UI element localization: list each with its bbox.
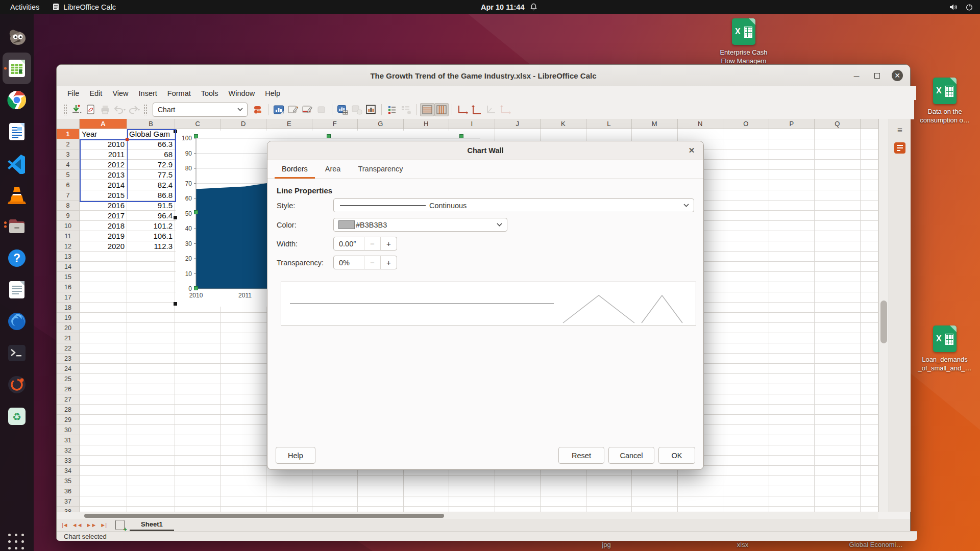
cell[interactable] <box>769 190 815 201</box>
cell[interactable] <box>80 303 127 313</box>
cell[interactable] <box>541 496 586 507</box>
cell[interactable] <box>175 374 221 384</box>
row-header-38[interactable]: 38 <box>57 507 80 512</box>
cell[interactable] <box>175 415 221 425</box>
cell[interactable] <box>221 415 267 425</box>
cell[interactable] <box>127 343 175 354</box>
cell[interactable] <box>769 415 815 425</box>
cell[interactable] <box>541 507 586 512</box>
cell[interactable] <box>769 384 815 394</box>
chart-wall-icon[interactable] <box>286 103 300 116</box>
z-axis-icon[interactable] <box>484 103 498 116</box>
cell[interactable] <box>861 149 878 160</box>
v-grids-icon[interactable] <box>434 103 449 116</box>
cell[interactable] <box>127 272 175 282</box>
cell[interactable] <box>723 323 769 333</box>
cell[interactable] <box>127 496 175 507</box>
cell[interactable] <box>723 170 769 180</box>
cell[interactable] <box>815 211 861 221</box>
dock-recycle-app-icon[interactable]: ♻ <box>3 400 31 432</box>
menu-window[interactable]: Window <box>224 88 260 98</box>
cell[interactable] <box>861 405 878 415</box>
cell[interactable] <box>80 333 127 343</box>
cell[interactable] <box>175 323 221 333</box>
cell[interactable] <box>861 435 878 445</box>
row-header-4[interactable]: 4 <box>57 160 80 170</box>
cell[interactable] <box>815 272 861 282</box>
cell[interactable] <box>221 435 267 445</box>
cell[interactable] <box>221 476 267 486</box>
data-labels-icon[interactable] <box>399 103 413 116</box>
cell[interactable] <box>127 354 175 364</box>
cell[interactable] <box>404 476 450 486</box>
row-header-15[interactable]: 15 <box>57 272 80 282</box>
data-table-icon[interactable] <box>335 103 350 116</box>
cell[interactable] <box>815 445 861 456</box>
cell[interactable] <box>175 333 221 343</box>
cell[interactable] <box>80 445 127 456</box>
cell[interactable] <box>586 496 632 507</box>
cell[interactable] <box>495 507 541 512</box>
previous-sheet-icon[interactable]: ◄◄ <box>72 522 82 528</box>
cell[interactable] <box>815 333 861 343</box>
cell[interactable] <box>723 221 769 231</box>
system-tray[interactable] <box>949 4 973 11</box>
cell[interactable] <box>127 415 175 425</box>
horizontal-scrollbar-thumb[interactable] <box>84 514 444 518</box>
cell[interactable] <box>861 486 878 496</box>
cell[interactable] <box>358 496 404 507</box>
cell[interactable] <box>723 262 769 272</box>
cell[interactable] <box>723 129 769 139</box>
cell[interactable] <box>769 149 815 160</box>
cell[interactable] <box>723 160 769 170</box>
cell[interactable] <box>861 343 878 354</box>
cell[interactable] <box>723 394 769 405</box>
cell[interactable] <box>769 170 815 180</box>
cell[interactable] <box>449 486 495 496</box>
row-header-24[interactable]: 24 <box>57 364 80 374</box>
row-header-5[interactable]: 5 <box>57 170 80 180</box>
cell[interactable] <box>861 507 878 512</box>
minimize-button[interactable]: ─ <box>851 70 862 81</box>
dock-help-icon[interactable]: ? <box>3 242 31 274</box>
dock-files-icon[interactable] <box>3 211 31 242</box>
cell[interactable] <box>221 354 267 364</box>
cell[interactable]: 2017 <box>80 211 127 221</box>
cell[interactable] <box>175 435 221 445</box>
cell[interactable] <box>861 323 878 333</box>
row-header-19[interactable]: 19 <box>57 313 80 323</box>
cell[interactable] <box>632 486 678 496</box>
cell[interactable] <box>586 507 632 512</box>
cell[interactable] <box>495 496 541 507</box>
cell[interactable] <box>678 486 724 496</box>
chart-area-icon[interactable] <box>314 103 329 116</box>
column-header-P[interactable]: P <box>769 119 815 129</box>
cell[interactable] <box>723 445 769 456</box>
cell[interactable] <box>815 435 861 445</box>
cell[interactable] <box>861 303 878 313</box>
cell[interactable] <box>449 476 495 486</box>
cell[interactable] <box>769 496 815 507</box>
cell[interactable] <box>861 180 878 190</box>
cell[interactable] <box>723 241 769 252</box>
cell[interactable] <box>815 466 861 476</box>
tab-transparency[interactable]: Transparency <box>351 160 410 179</box>
cell[interactable] <box>632 507 678 512</box>
print-icon[interactable] <box>98 103 112 116</box>
column-header-L[interactable]: L <box>586 119 632 129</box>
cell[interactable] <box>175 354 221 364</box>
cell[interactable] <box>541 476 586 486</box>
cell[interactable] <box>80 262 127 272</box>
cell[interactable] <box>404 507 450 512</box>
clock-menu[interactable]: Apr 10 11:44 <box>481 3 537 11</box>
cell[interactable] <box>221 374 267 384</box>
cell[interactable] <box>175 313 221 323</box>
select-all-corner[interactable] <box>57 119 80 129</box>
cell[interactable] <box>221 313 267 323</box>
cell[interactable] <box>127 323 175 333</box>
style-dropdown[interactable]: Continuous <box>333 198 694 212</box>
cell[interactable] <box>815 241 861 252</box>
cell[interactable] <box>175 364 221 374</box>
cell[interactable] <box>127 364 175 374</box>
cell[interactable] <box>815 425 861 435</box>
